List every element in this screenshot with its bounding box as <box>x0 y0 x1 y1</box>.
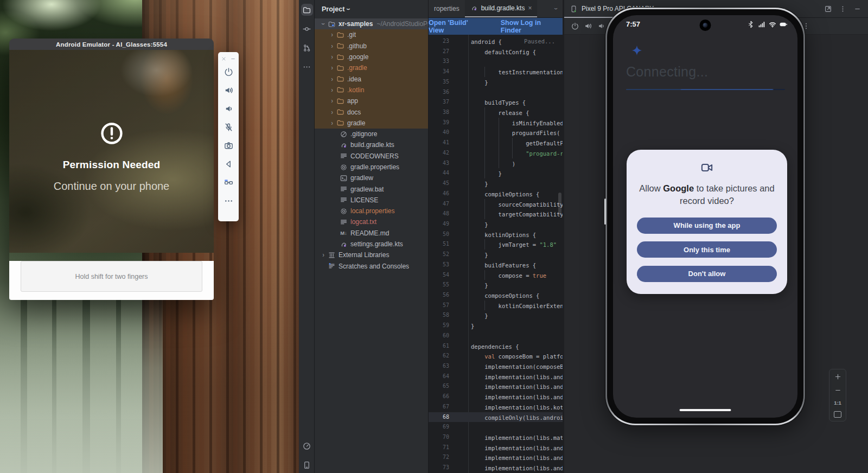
tree-item-readme-md[interactable]: M↓README.md <box>315 228 428 239</box>
show-log-link[interactable]: Show Log in Finder <box>501 19 563 34</box>
tree-item--gitignore[interactable]: .gitignore <box>315 129 428 139</box>
tree-item-app[interactable]: ›app <box>315 95 428 106</box>
status-bar-time: 7:57 <box>626 20 640 28</box>
chevron-right-icon[interactable]: › <box>328 53 336 61</box>
chevron-right-icon[interactable]: › <box>328 108 336 116</box>
gradle-sync-banner: Open 'Build' View Show Log in Finder <box>429 18 563 35</box>
more-h-icon[interactable] <box>301 61 313 73</box>
chevron-right-icon[interactable]: › <box>328 42 336 50</box>
close-tab-icon[interactable]: × <box>528 4 532 12</box>
bluetooth-icon[interactable] <box>746 20 755 29</box>
close-icon[interactable] <box>221 55 227 62</box>
tree-item-scratches-and-consoles[interactable]: Scratches and Consoles <box>315 261 428 272</box>
volume-up-icon[interactable] <box>582 20 595 33</box>
zoom-in-icon[interactable] <box>834 373 842 381</box>
pull-requests-icon[interactable] <box>301 42 313 54</box>
tree-item-gradlew[interactable]: gradlew <box>315 172 428 183</box>
tree-item--github[interactable]: ›.github <box>315 41 428 52</box>
tab-gradle-properties[interactable]: roperties <box>429 0 465 17</box>
tree-item-gradle-properties[interactable]: gradle.properties <box>315 162 428 172</box>
mic-off-icon[interactable] <box>223 122 234 132</box>
tree-item-docs[interactable]: ›docs <box>315 106 428 117</box>
power-icon[interactable] <box>569 20 582 33</box>
tab-build-gradle-kts[interactable]: build.gradle.kts × <box>465 0 538 17</box>
chevron-right-icon[interactable]: › <box>319 251 328 259</box>
tree-item-license[interactable]: LICENSE <box>315 195 428 206</box>
tree-item--git[interactable]: ›.git <box>315 29 428 40</box>
project-panel-header[interactable]: Project › <box>315 0 428 18</box>
tree-item--kotlin[interactable]: ›.kotlin <box>315 85 428 95</box>
back-icon[interactable] <box>223 158 234 169</box>
code-line-68: 68 compileOnly(libs.android <box>429 412 563 423</box>
code-line-58: 58 } <box>429 310 563 321</box>
code-editor[interactable]: 23android {Paused...27 defaultConfig {33… <box>429 35 563 473</box>
volume-down-icon[interactable] <box>223 103 234 114</box>
tree-item-gradlew-bat[interactable]: gradlew.bat <box>315 183 428 194</box>
emulator-window-title[interactable]: Android Emulator - AI_Glasses:5554 <box>9 39 214 50</box>
chevron-right-icon[interactable]: › <box>328 31 336 39</box>
kebab-icon[interactable] <box>839 5 847 13</box>
minimize-icon[interactable] <box>230 55 237 62</box>
tree-item-codeowners[interactable]: CODEOWNERS <box>315 151 428 162</box>
tree-item-logcat-txt[interactable]: logcat.txt <box>315 216 428 227</box>
tree-item-settings-gradle-kts[interactable]: settings.gradle.kts <box>315 239 428 250</box>
chevron-right-icon[interactable]: › <box>328 86 336 94</box>
project-icon[interactable] <box>301 4 313 16</box>
code-line-47: 47 sourceCompatibility <box>429 199 563 209</box>
code-line-34: 34 testInstrumentationR <box>429 67 563 77</box>
code-line-50: 50 kotlinOptions { <box>429 229 563 240</box>
profiler-icon[interactable] <box>301 440 313 452</box>
editor: roperties build.gradle.kts × › Open 'Bui… <box>429 0 563 473</box>
permission-button-only-this-time[interactable]: Only this time <box>637 241 777 258</box>
tree-item-gradle[interactable]: ›gradle <box>315 118 428 129</box>
power-icon[interactable] <box>223 66 234 77</box>
phone-screen[interactable]: 7:57 Connecting... Allow Google to take … <box>613 15 797 418</box>
signal-icon[interactable] <box>757 20 766 29</box>
chevron-right-icon[interactable]: › <box>328 64 336 72</box>
zoom-fit-icon[interactable] <box>834 411 841 418</box>
chevron-right-icon[interactable]: › <box>328 119 336 127</box>
terminal-icon <box>340 174 348 182</box>
minimize-icon[interactable] <box>853 5 861 13</box>
glasses-icon[interactable] <box>223 177 234 188</box>
code-line-66: 66 implementation(libs.andr <box>429 392 563 402</box>
videocam-icon <box>700 161 714 174</box>
hidden-tabs-dropdown[interactable]: › <box>555 0 563 17</box>
running-devices-icon[interactable] <box>301 459 313 471</box>
code-line-73: 73 implementation(libs.andr <box>429 463 563 473</box>
open-build-view-link[interactable]: Open 'Build' View <box>429 19 484 34</box>
commit-icon[interactable] <box>301 23 313 35</box>
emulator-screen[interactable]: Permission Needed Continue on your phone <box>9 50 214 253</box>
editor-scrollbar[interactable] <box>558 193 561 215</box>
tree-item--gradle[interactable]: ›.gradle <box>315 62 428 73</box>
folder-icon <box>336 119 344 127</box>
chevron-right-icon[interactable]: › <box>328 75 336 83</box>
code-line-55: 55 } <box>429 280 563 290</box>
zoom-ratio-button[interactable]: 1:1 <box>834 400 841 406</box>
folder-icon <box>336 108 344 116</box>
more-h-icon[interactable] <box>223 195 234 206</box>
zoom-out-icon[interactable] <box>834 386 842 394</box>
tree-item-xr-samples[interactable]: ›xr-samples~/AndroidStudioProje <box>315 18 428 29</box>
emulator-toolbar-buttons <box>223 66 234 206</box>
android-studio-window: Project › ›xr-samples~/AndroidStudioProj… <box>299 0 868 473</box>
status-bar-icons <box>746 20 788 29</box>
permission-button-while-using-the-app[interactable]: While using the app <box>637 218 777 234</box>
wifi-icon[interactable] <box>768 20 777 29</box>
battery-icon[interactable] <box>778 20 788 29</box>
open-window-icon[interactable] <box>824 5 832 13</box>
volume-up-icon[interactable] <box>223 85 234 95</box>
chevron-down-icon: › <box>319 20 328 28</box>
code-line-38: 38 release { <box>429 107 563 118</box>
tree-item--google[interactable]: ›.google <box>315 52 428 62</box>
chevron-right-icon[interactable]: › <box>328 97 336 105</box>
folder-icon <box>336 42 344 50</box>
tree-item--idea[interactable]: ›.idea <box>315 73 428 84</box>
code-line-54: 54 compose = true <box>429 270 563 280</box>
permission-button-don-t-allow[interactable]: Don't allow <box>637 266 777 282</box>
tree-item-build-gradle-kts[interactable]: build.gradle.kts <box>315 139 428 150</box>
tree-item-external-libraries[interactable]: ›External Libraries <box>315 250 428 260</box>
code-line-63: 63 implementation(composeBo <box>429 361 563 372</box>
camera-icon[interactable] <box>223 140 234 151</box>
tree-item-local-properties[interactable]: local.properties <box>315 206 428 216</box>
